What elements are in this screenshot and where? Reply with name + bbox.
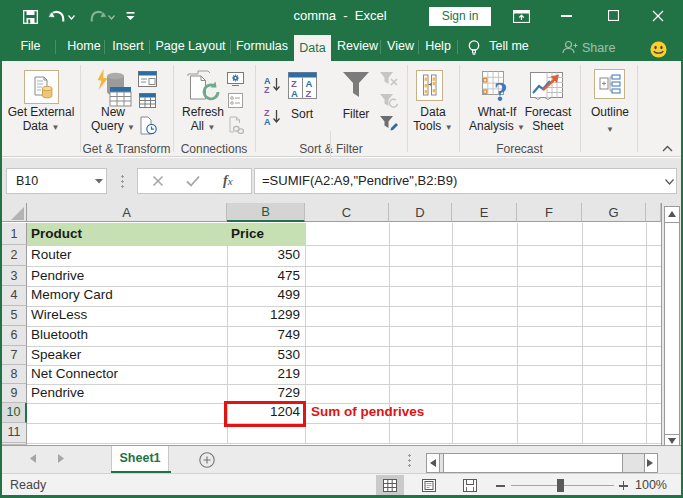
svg-text:A: A bbox=[291, 88, 298, 99]
svg-text:?: ? bbox=[494, 77, 508, 103]
svg-text:Z: Z bbox=[306, 88, 312, 99]
svg-text:Z: Z bbox=[264, 85, 270, 93]
svg-text:A: A bbox=[264, 117, 271, 125]
